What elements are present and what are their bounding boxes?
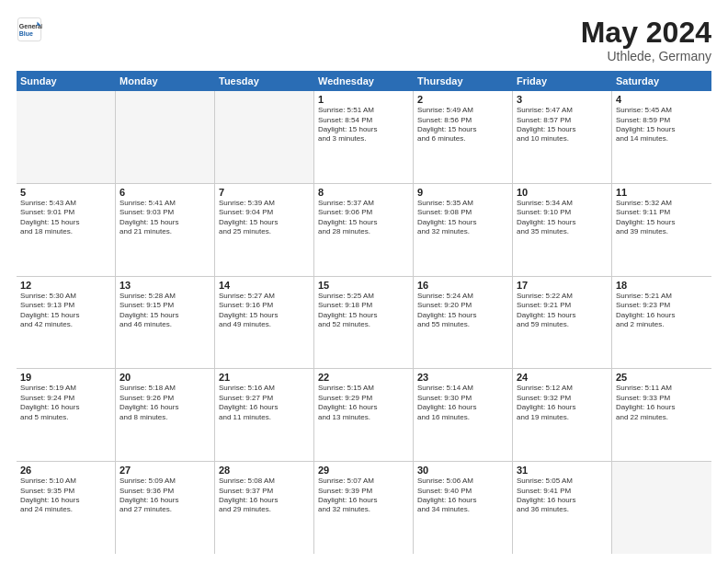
cell-info: Sunrise: 5:45 AM Sunset: 8:59 PM Dayligh… — [616, 106, 708, 144]
calendar-cell: 6Sunrise: 5:41 AM Sunset: 9:03 PM Daylig… — [116, 184, 215, 276]
day-number: 22 — [318, 372, 409, 383]
weekday-header-thursday: Thursday — [414, 71, 513, 91]
day-number: 29 — [318, 465, 409, 476]
cell-info: Sunrise: 5:08 AM Sunset: 9:37 PM Dayligh… — [219, 477, 310, 515]
day-number: 11 — [616, 187, 708, 198]
calendar-cell: 25Sunrise: 5:11 AM Sunset: 9:33 PM Dayli… — [612, 369, 711, 461]
calendar-cell — [17, 91, 116, 183]
calendar-cell — [215, 91, 314, 183]
cell-info: Sunrise: 5:37 AM Sunset: 9:06 PM Dayligh… — [318, 199, 409, 237]
cell-info: Sunrise: 5:43 AM Sunset: 9:01 PM Dayligh… — [20, 199, 111, 237]
cell-info: Sunrise: 5:32 AM Sunset: 9:11 PM Dayligh… — [616, 199, 708, 237]
day-number: 17 — [517, 280, 608, 291]
calendar-cell: 22Sunrise: 5:15 AM Sunset: 9:29 PM Dayli… — [314, 369, 414, 461]
day-number: 8 — [318, 187, 409, 198]
logo: General Blue — [17, 17, 42, 42]
day-number: 10 — [517, 187, 608, 198]
calendar-cell: 18Sunrise: 5:21 AM Sunset: 9:23 PM Dayli… — [612, 277, 711, 369]
cell-info: Sunrise: 5:19 AM Sunset: 9:24 PM Dayligh… — [20, 384, 111, 422]
calendar-cell: 8Sunrise: 5:37 AM Sunset: 9:06 PM Daylig… — [314, 184, 414, 276]
cell-info: Sunrise: 5:15 AM Sunset: 9:29 PM Dayligh… — [318, 384, 409, 422]
calendar-row-2: 5Sunrise: 5:43 AM Sunset: 9:01 PM Daylig… — [17, 184, 711, 277]
calendar-cell: 16Sunrise: 5:24 AM Sunset: 9:20 PM Dayli… — [414, 277, 513, 369]
calendar-row-4: 19Sunrise: 5:19 AM Sunset: 9:24 PM Dayli… — [17, 369, 711, 462]
cell-info: Sunrise: 5:27 AM Sunset: 9:16 PM Dayligh… — [219, 292, 310, 330]
cell-info: Sunrise: 5:14 AM Sunset: 9:30 PM Dayligh… — [417, 384, 508, 422]
svg-text:Blue: Blue — [19, 30, 33, 37]
calendar-cell: 31Sunrise: 5:05 AM Sunset: 9:41 PM Dayli… — [513, 462, 612, 554]
weekday-header-saturday: Saturday — [612, 71, 711, 91]
day-number: 1 — [318, 94, 409, 105]
logo-icon: General Blue — [17, 17, 42, 42]
cell-info: Sunrise: 5:39 AM Sunset: 9:04 PM Dayligh… — [219, 199, 310, 237]
calendar-cell: 27Sunrise: 5:09 AM Sunset: 9:36 PM Dayli… — [116, 462, 215, 554]
calendar-cell — [116, 91, 215, 183]
day-number: 25 — [616, 372, 708, 383]
day-number: 24 — [517, 372, 608, 383]
day-number: 30 — [417, 465, 508, 476]
weekday-header-tuesday: Tuesday — [215, 71, 314, 91]
day-number: 19 — [20, 372, 111, 383]
calendar-cell: 30Sunrise: 5:06 AM Sunset: 9:40 PM Dayli… — [414, 462, 513, 554]
cell-info: Sunrise: 5:16 AM Sunset: 9:27 PM Dayligh… — [219, 384, 310, 422]
cell-info: Sunrise: 5:28 AM Sunset: 9:15 PM Dayligh… — [119, 292, 210, 330]
weekday-header-wednesday: Wednesday — [314, 71, 414, 91]
day-number: 6 — [119, 187, 210, 198]
calendar-cell: 23Sunrise: 5:14 AM Sunset: 9:30 PM Dayli… — [414, 369, 513, 461]
day-number: 7 — [219, 187, 310, 198]
calendar-cell: 26Sunrise: 5:10 AM Sunset: 9:35 PM Dayli… — [17, 462, 116, 554]
day-number: 20 — [119, 372, 210, 383]
calendar-cell: 7Sunrise: 5:39 AM Sunset: 9:04 PM Daylig… — [215, 184, 314, 276]
calendar-row-1: 1Sunrise: 5:51 AM Sunset: 8:54 PM Daylig… — [17, 91, 711, 184]
cell-info: Sunrise: 5:49 AM Sunset: 8:56 PM Dayligh… — [417, 106, 508, 144]
day-number: 2 — [417, 94, 508, 105]
location: Uthlede, Germany — [581, 49, 711, 63]
cell-info: Sunrise: 5:22 AM Sunset: 9:21 PM Dayligh… — [517, 292, 608, 330]
cell-info: Sunrise: 5:24 AM Sunset: 9:20 PM Dayligh… — [417, 292, 508, 330]
calendar-row-5: 26Sunrise: 5:10 AM Sunset: 9:35 PM Dayli… — [17, 462, 711, 554]
weekday-header-sunday: Sunday — [17, 71, 116, 91]
calendar-cell: 9Sunrise: 5:35 AM Sunset: 9:08 PM Daylig… — [414, 184, 513, 276]
calendar-cell: 28Sunrise: 5:08 AM Sunset: 9:37 PM Dayli… — [215, 462, 314, 554]
cell-info: Sunrise: 5:30 AM Sunset: 9:13 PM Dayligh… — [20, 292, 111, 330]
calendar-header: SundayMondayTuesdayWednesdayThursdayFrid… — [17, 71, 711, 91]
calendar-cell: 24Sunrise: 5:12 AM Sunset: 9:32 PM Dayli… — [513, 369, 612, 461]
cell-info: Sunrise: 5:10 AM Sunset: 9:35 PM Dayligh… — [20, 477, 111, 515]
cell-info: Sunrise: 5:18 AM Sunset: 9:26 PM Dayligh… — [119, 384, 210, 422]
calendar-cell: 1Sunrise: 5:51 AM Sunset: 8:54 PM Daylig… — [314, 91, 414, 183]
cell-info: Sunrise: 5:11 AM Sunset: 9:33 PM Dayligh… — [616, 384, 708, 422]
calendar-cell: 3Sunrise: 5:47 AM Sunset: 8:57 PM Daylig… — [513, 91, 612, 183]
weekday-header-friday: Friday — [513, 71, 612, 91]
cell-info: Sunrise: 5:05 AM Sunset: 9:41 PM Dayligh… — [517, 477, 608, 515]
calendar-cell: 5Sunrise: 5:43 AM Sunset: 9:01 PM Daylig… — [17, 184, 116, 276]
calendar-cell: 12Sunrise: 5:30 AM Sunset: 9:13 PM Dayli… — [17, 277, 116, 369]
day-number: 9 — [417, 187, 508, 198]
cell-info: Sunrise: 5:21 AM Sunset: 9:23 PM Dayligh… — [616, 292, 708, 330]
cell-info: Sunrise: 5:35 AM Sunset: 9:08 PM Dayligh… — [417, 199, 508, 237]
calendar-cell: 2Sunrise: 5:49 AM Sunset: 8:56 PM Daylig… — [414, 91, 513, 183]
day-number: 12 — [20, 280, 111, 291]
cell-info: Sunrise: 5:07 AM Sunset: 9:39 PM Dayligh… — [318, 477, 409, 515]
calendar-cell: 21Sunrise: 5:16 AM Sunset: 9:27 PM Dayli… — [215, 369, 314, 461]
cell-info: Sunrise: 5:51 AM Sunset: 8:54 PM Dayligh… — [318, 106, 409, 144]
calendar-cell: 13Sunrise: 5:28 AM Sunset: 9:15 PM Dayli… — [116, 277, 215, 369]
calendar-cell: 14Sunrise: 5:27 AM Sunset: 9:16 PM Dayli… — [215, 277, 314, 369]
cell-info: Sunrise: 5:47 AM Sunset: 8:57 PM Dayligh… — [517, 106, 608, 144]
cell-info: Sunrise: 5:34 AM Sunset: 9:10 PM Dayligh… — [517, 199, 608, 237]
day-number: 14 — [219, 280, 310, 291]
day-number: 4 — [616, 94, 708, 105]
calendar-cell — [612, 462, 711, 554]
day-number: 15 — [318, 280, 409, 291]
page: General Blue May 2024 Uthlede, Germany S… — [0, 0, 728, 563]
cell-info: Sunrise: 5:41 AM Sunset: 9:03 PM Dayligh… — [119, 199, 210, 237]
day-number: 13 — [119, 280, 210, 291]
calendar-row-3: 12Sunrise: 5:30 AM Sunset: 9:13 PM Dayli… — [17, 277, 711, 370]
day-number: 5 — [20, 187, 111, 198]
weekday-header-monday: Monday — [116, 71, 215, 91]
day-number: 3 — [517, 94, 608, 105]
calendar-cell: 15Sunrise: 5:25 AM Sunset: 9:18 PM Dayli… — [314, 277, 414, 369]
calendar-body: 1Sunrise: 5:51 AM Sunset: 8:54 PM Daylig… — [17, 91, 711, 554]
day-number: 16 — [417, 280, 508, 291]
cell-info: Sunrise: 5:12 AM Sunset: 9:32 PM Dayligh… — [517, 384, 608, 422]
day-number: 21 — [219, 372, 310, 383]
